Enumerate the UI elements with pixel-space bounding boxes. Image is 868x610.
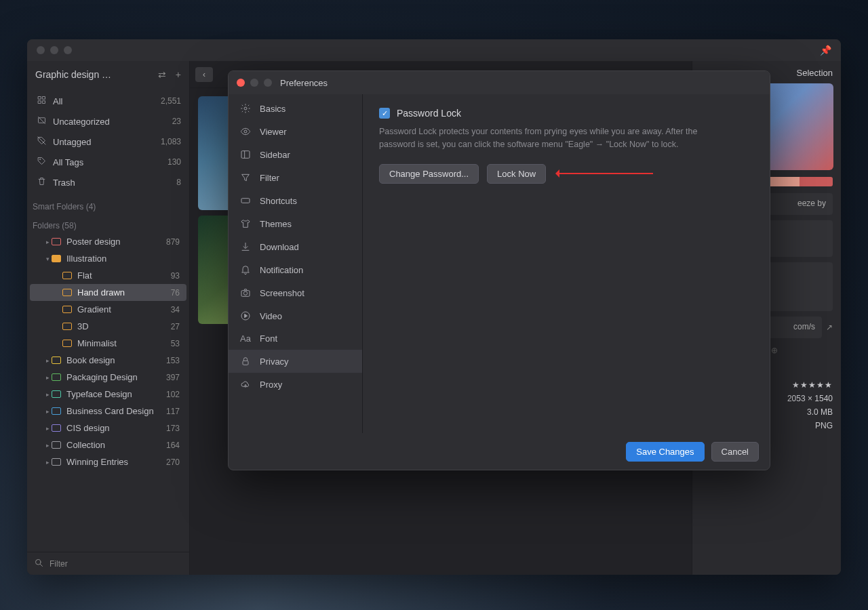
titlebar: 📌 [27,39,841,61]
modal-title: Preferences [280,78,328,88]
folder-packaging-design[interactable]: ▸Packaging Design397 [30,369,186,386]
shirt-icon [239,218,252,229]
switch-library-icon[interactable]: ⇄ [158,69,166,80]
caret-icon: ▸ [43,459,52,466]
folder-icon [52,238,61,245]
preferences-sidebar: BasicsViewerSidebarFilterShortcutsThemes… [229,94,363,433]
tags-icon [35,156,47,168]
eye-icon [239,126,252,137]
traffic-lights [37,46,72,54]
folder-icon [62,272,72,279]
pref-item-themes[interactable]: Themes [229,212,362,235]
smart-folders-label[interactable]: Smart Folders (4) [27,195,189,214]
bell-icon [239,264,252,275]
caret-icon: ▾ [43,256,52,262]
lock-now-button[interactable]: Lock Now [487,164,546,184]
save-changes-button[interactable]: Save Changes [626,442,704,462]
folder-gradient[interactable]: Gradient34 [30,301,186,318]
library-header: Graphic design … ⇄ + [27,61,189,88]
folder-typeface-design[interactable]: ▸Typeface Design102 [30,386,186,403]
search-icon [34,558,44,570]
nav-item-untagged[interactable]: Untagged1,083 [27,131,189,152]
folder-book-design[interactable]: ▸Book design153 [30,352,186,369]
close-dot[interactable] [37,46,45,54]
folder-3d[interactable]: 3D27 [30,318,186,335]
pref-item-font[interactable]: AaFont [229,327,362,350]
svg-point-8 [36,559,41,565]
modal-titlebar: Preferences [229,71,770,94]
preferences-modal: Preferences BasicsViewerSidebarFilterSho… [228,70,770,470]
svg-rect-0 [38,97,41,100]
folder-icon [52,458,61,466]
caret-icon: ▸ [43,374,52,381]
folder-icon [62,306,72,313]
pref-item-download[interactable]: Download [229,235,362,258]
caret-icon: ▸ [43,442,52,449]
caret-icon: ▸ [43,391,52,398]
add-folder-icon[interactable]: ⊕ [771,346,778,355]
nav-item-uncategorized[interactable]: Uncategorized23 [27,111,189,131]
caret-icon: ▸ [43,408,52,415]
modal-zoom-dot[interactable] [264,79,272,87]
zoom-dot[interactable] [64,46,72,54]
folder-illustration[interactable]: ▾Illustration [30,250,186,267]
pin-icon[interactable]: 📌 [820,45,831,56]
folder-flat[interactable]: Flat93 [30,267,186,284]
caret-icon: ▸ [43,425,52,432]
cancel-button[interactable]: Cancel [711,442,759,462]
password-lock-description: Password Lock protects your contents fro… [379,125,718,152]
folder-cis-design[interactable]: ▸CIS design173 [30,420,186,436]
pref-item-proxy[interactable]: Proxy [229,373,362,396]
svg-line-6 [37,137,45,144]
folder-icon [52,424,61,432]
keyboard-icon [239,195,252,206]
minimize-dot[interactable] [50,46,58,54]
folder-hand-drawn[interactable]: Hand drawn76 [30,284,186,301]
library-sidebar: Graphic design … ⇄ + All2,551Uncategoriz… [27,61,190,575]
pref-item-viewer[interactable]: Viewer [229,120,362,143]
folder-icon [62,340,72,347]
folder-poster-design[interactable]: ▸Poster design879 [30,233,186,250]
folders-label[interactable]: Folders (58) [27,214,189,233]
nav-item-all[interactable]: All2,551 [27,91,189,111]
password-lock-checkbox[interactable]: ✓ [379,108,390,119]
pref-item-shortcuts[interactable]: Shortcuts [229,189,362,212]
lock-icon [239,356,252,367]
open-link-icon[interactable]: ↗ [826,323,833,332]
nav-item-all-tags[interactable]: All Tags130 [27,152,189,172]
folder-minimalist[interactable]: Minimalist53 [30,335,186,352]
trash-icon [35,176,47,188]
svg-point-10 [244,107,247,110]
folder-collection[interactable]: ▸Collection164 [30,436,186,453]
library-name[interactable]: Graphic design … [35,69,158,80]
pref-item-filter[interactable]: Filter [229,166,362,189]
filter-icon [239,172,252,183]
sidebar-icon [239,149,252,160]
color-swatch[interactable] [767,177,800,186]
color-swatch[interactable] [800,177,833,186]
folder-winning-entries[interactable]: ▸Winning Entries270 [30,453,186,470]
modal-close-dot[interactable] [237,79,245,87]
camera-icon [239,287,252,298]
svg-rect-14 [241,199,250,203]
folder-icon [62,323,72,330]
pref-item-sidebar[interactable]: Sidebar [229,143,362,166]
svg-point-11 [244,130,247,133]
modal-footer: Save Changes Cancel [229,433,770,470]
nav-item-trash[interactable]: Trash8 [27,172,189,192]
folder-icon [52,357,61,364]
folder-business-card-design[interactable]: ▸Business Card Design117 [30,403,186,420]
filter-placeholder: Filter [50,559,68,569]
modal-minimize-dot[interactable] [250,79,258,87]
change-password-button[interactable]: Change Password... [379,164,479,184]
add-icon[interactable]: + [176,69,181,80]
download-icon [239,241,252,252]
pref-item-privacy[interactable]: Privacy [229,350,362,373]
pref-item-notification[interactable]: Notification [229,258,362,281]
pref-item-video[interactable]: Video [229,304,362,327]
back-button[interactable]: ‹ [195,67,213,82]
filter-bar[interactable]: Filter [27,552,189,575]
pref-item-basics[interactable]: Basics [229,97,362,120]
pref-item-screenshot[interactable]: Screenshot [229,281,362,304]
folder-icon [52,373,61,381]
